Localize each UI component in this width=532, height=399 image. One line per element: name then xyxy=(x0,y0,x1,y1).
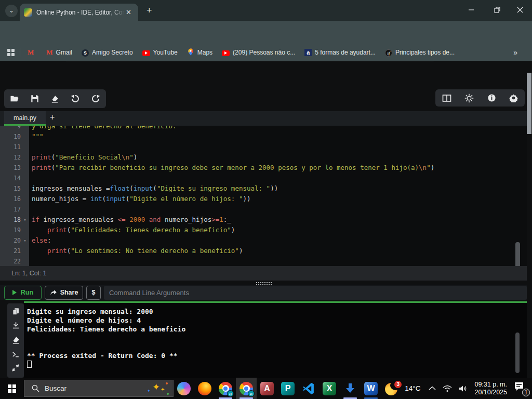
profile-badge: a xyxy=(248,390,255,397)
gmail-icon: M xyxy=(46,48,52,57)
bookmark-item[interactable]: Maps xyxy=(187,48,212,57)
tab-search-icon[interactable]: ⌄ xyxy=(5,5,18,17)
code-line[interactable]: 15ingresos_mensuales =float(input("Digit… xyxy=(0,183,527,194)
line-number: 12 xyxy=(0,152,21,163)
share-button[interactable]: Share xyxy=(45,286,83,300)
tab-close-icon[interactable]: ✕ xyxy=(126,8,131,16)
line-text: else: xyxy=(32,235,51,246)
bookmark-item[interactable]: sfPrincipales tipos de... xyxy=(385,49,455,57)
wifi-icon[interactable] xyxy=(443,385,452,392)
console-scrollbar[interactable] xyxy=(515,332,520,373)
code-line[interactable]: 22 xyxy=(0,256,527,266)
code-line[interactable]: 16numero_hijos = int(input("Digite el nú… xyxy=(0,194,527,204)
fold-arrow-icon[interactable]: ▾ xyxy=(21,215,29,225)
copy-icon[interactable] xyxy=(12,308,20,317)
file-tab-mainpy[interactable]: main.py xyxy=(4,111,46,126)
taskbar-app-copilot[interactable] xyxy=(174,378,194,399)
theme-icon[interactable] xyxy=(464,94,474,103)
window-close-button[interactable] xyxy=(508,0,532,20)
line-text: y diga si tiene derecho al beneficio. xyxy=(32,126,176,131)
bookmark-item[interactable]: YouTube xyxy=(142,49,178,56)
windows-logo-icon xyxy=(8,384,16,393)
settings-icon[interactable] xyxy=(509,94,518,102)
start-button[interactable] xyxy=(0,378,24,399)
line-number: 16 xyxy=(0,194,21,204)
code-line[interactable]: 12print(​"Beneficio Social\n") xyxy=(0,152,527,163)
code-line[interactable]: 9y diga si tiene derecho al beneficio. xyxy=(0,126,527,131)
editor-scrollbar[interactable] xyxy=(515,242,520,266)
taskbar-app-word[interactable]: W xyxy=(361,378,381,399)
line-text: ingresos_mensuales =float(input("Digite … xyxy=(32,183,278,194)
run-button[interactable]: Run xyxy=(4,286,42,300)
add-file-button[interactable]: + xyxy=(50,113,55,122)
code-line[interactable]: 13print("Para recibir beneficio su ingre… xyxy=(0,163,527,173)
gmail-icon: M xyxy=(28,48,34,57)
clock[interactable]: 09:31 p. m. 20/10/2025 xyxy=(474,381,507,396)
line-number: 18 xyxy=(0,215,21,225)
info-icon[interactable] xyxy=(487,94,496,102)
taskbar-app-excel[interactable]: X xyxy=(319,378,340,399)
clear-icon[interactable] xyxy=(50,95,59,103)
split-view-icon[interactable] xyxy=(442,94,451,103)
apps-grid-icon[interactable] xyxy=(7,49,15,56)
bookmarks-overflow-icon[interactable]: » xyxy=(513,48,517,57)
taskbar-app-publisher[interactable]: P xyxy=(277,378,298,399)
code-line[interactable]: 11 xyxy=(0,142,527,152)
taskbar-app-chrome[interactable]: a xyxy=(215,378,236,399)
notification-center-icon[interactable]: 1 xyxy=(513,381,529,396)
window-minimize-button[interactable] xyxy=(459,0,483,20)
code-editor[interactable]: 9y diga si tiene derecho al beneficio.10… xyxy=(0,126,527,266)
fold-arrow-icon[interactable]: ▾ xyxy=(21,235,29,246)
save-icon[interactable] xyxy=(30,94,39,103)
console-output[interactable]: Digite su ingreso mensual: 2000Digite el… xyxy=(24,301,527,378)
command-line-arguments-input[interactable] xyxy=(104,286,527,300)
clear-icon[interactable] xyxy=(11,336,20,347)
bookmark-item[interactable]: (209) Pessoas não c... xyxy=(222,49,295,56)
download-icon[interactable] xyxy=(12,322,20,331)
bookmark-label: YouTube xyxy=(153,49,178,56)
code-line[interactable]: 20▾else: xyxy=(0,235,527,246)
taskbar-search[interactable]: Buscar ✦ ✦ ✦ xyxy=(24,380,174,397)
new-tab-button[interactable]: + xyxy=(147,6,152,15)
fold-spacer xyxy=(21,152,29,163)
code-line[interactable]: 14 xyxy=(0,173,527,183)
fold-spacer xyxy=(21,204,29,215)
bookmark-item[interactable]: SAmigo Secreto xyxy=(82,49,133,57)
bookmark-item[interactable]: M xyxy=(28,48,37,57)
open-folder-icon[interactable] xyxy=(10,94,19,103)
letter-a-icon: a xyxy=(304,49,312,56)
weather-widget[interactable]: 3 xyxy=(384,381,402,396)
taskbar-app-vscode[interactable] xyxy=(298,378,319,399)
fold-spacer xyxy=(21,131,29,142)
page-scrollbar[interactable] xyxy=(527,73,531,134)
volume-icon[interactable] xyxy=(459,385,468,392)
expand-icon[interactable] xyxy=(12,364,19,374)
taskbar-app-access[interactable]: A xyxy=(257,378,277,399)
code-line[interactable]: 18▾if ingresos_mensuales <= 2000 and num… xyxy=(0,215,527,225)
taskbar-app-chrome[interactable]: a xyxy=(236,378,257,399)
line-text: if ingresos_mensuales <= 2000 and numero… xyxy=(32,215,231,225)
code-line[interactable]: 19 print("Felicidades: Tienes derecho a … xyxy=(0,225,527,235)
undo-icon[interactable] xyxy=(71,94,80,103)
window-restore-button[interactable] xyxy=(485,0,509,20)
bookmark-item[interactable]: MGmail xyxy=(46,48,72,57)
code-line[interactable]: 10""" xyxy=(0,131,527,142)
line-text: print("Felicidades: Tienes derecho a ben… xyxy=(32,225,235,235)
screen: ⌄ Online Python - IDE, Editor, Con ✕ + ←… xyxy=(0,0,532,399)
redo-icon[interactable] xyxy=(91,94,100,103)
browser-tab[interactable]: Online Python - IDE, Editor, Con ✕ xyxy=(20,4,138,21)
cli-flag-button[interactable]: $ xyxy=(86,286,101,300)
tray-expand-icon[interactable] xyxy=(429,386,436,391)
bookmark-item[interactable]: a5 formas de ayudart... xyxy=(304,49,376,56)
code-line[interactable]: 21 print("Lo sentimos: No tiene derecho … xyxy=(0,246,527,256)
browser-toolbar: ← → ⟳ online-python.com G文 ☆ a ⋮ xyxy=(0,21,532,44)
line-number: 22 xyxy=(0,256,21,266)
bookmarks-divider xyxy=(20,48,20,57)
taskbar-app-firefox[interactable] xyxy=(194,378,215,399)
taskbar-app-downloadapp[interactable] xyxy=(340,378,361,399)
temperature-label[interactable]: 14°C xyxy=(405,384,420,392)
bookmark-label: 5 formas de ayudart... xyxy=(315,49,376,56)
terminal-icon[interactable] xyxy=(12,351,19,360)
darkglobe-icon: S xyxy=(82,49,89,57)
code-line[interactable]: 17 xyxy=(0,204,527,215)
